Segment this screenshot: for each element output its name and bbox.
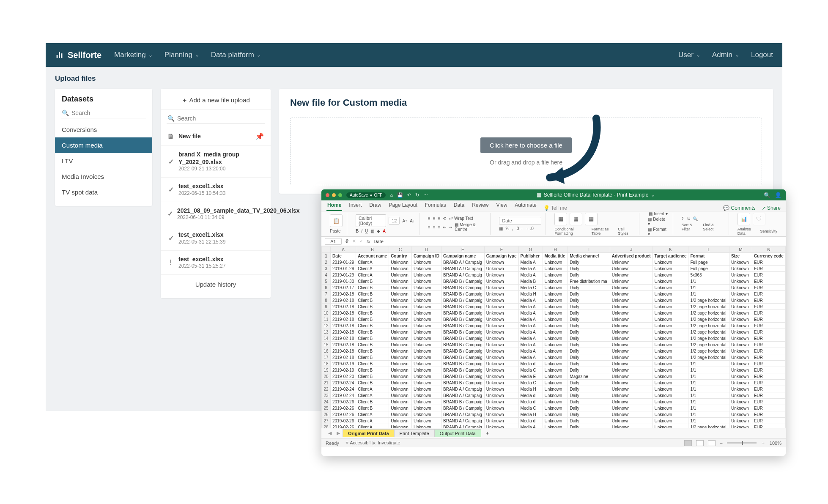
align-top-icon[interactable]: ≡: [428, 216, 430, 221]
data-cell[interactable]: Unknown: [389, 405, 412, 411]
data-cell[interactable]: Unknown: [543, 361, 568, 367]
data-cell[interactable]: Unknown: [653, 297, 688, 304]
underline-button[interactable]: U: [365, 229, 368, 233]
data-cell[interactable]: 1/1: [688, 380, 729, 386]
data-cell[interactable]: Unknown: [543, 354, 568, 361]
data-cell[interactable]: Client B: [356, 380, 389, 386]
data-cell[interactable]: Unknown: [389, 259, 412, 266]
data-cell[interactable]: Daily: [568, 399, 610, 405]
header-cell[interactable]: Account name: [356, 253, 389, 259]
data-cell[interactable]: Unknown: [610, 297, 653, 304]
data-cell[interactable]: Unknown: [653, 386, 688, 392]
data-cell[interactable]: Unknown: [411, 278, 441, 285]
data-cell[interactable]: Unknown: [610, 373, 653, 380]
data-cell[interactable]: EUR: [752, 348, 785, 354]
data-cell[interactable]: BRAND B / Campaig: [441, 304, 485, 310]
data-cell[interactable]: Unknown: [543, 316, 568, 323]
row-header[interactable]: 2: [322, 259, 331, 266]
brand-logo[interactable]: Sellforte: [55, 50, 101, 60]
header-cell[interactable]: Size: [729, 253, 752, 259]
row-header[interactable]: 7: [322, 291, 331, 297]
files-search[interactable]: 🔍: [167, 113, 265, 124]
data-cell[interactable]: Media A: [518, 259, 543, 266]
data-cell[interactable]: Client B: [356, 316, 389, 323]
align-bot-icon[interactable]: ≡: [438, 216, 440, 221]
data-cell[interactable]: Unknown: [653, 259, 688, 266]
data-cell[interactable]: Unknown: [389, 386, 412, 392]
data-cell[interactable]: Daily: [568, 367, 610, 373]
header-cell[interactable]: Advertised product: [610, 253, 653, 259]
data-cell[interactable]: Unknown: [411, 266, 441, 272]
paste-button[interactable]: 📋: [330, 214, 343, 227]
data-cell[interactable]: Unknown: [543, 259, 568, 266]
data-cell[interactable]: Client B: [356, 335, 389, 342]
data-cell[interactable]: Daily: [568, 285, 610, 291]
autosum-icon[interactable]: Σ: [682, 216, 684, 221]
data-cell[interactable]: Unknown: [484, 335, 518, 342]
number-format-select[interactable]: Date: [499, 217, 541, 225]
data-cell[interactable]: BRAND B / Campaig: [441, 405, 485, 411]
col-header[interactable]: C: [389, 247, 412, 253]
data-cell[interactable]: 1/2 page horizontal: [688, 316, 729, 323]
data-cell[interactable]: EUR: [752, 285, 785, 291]
data-cell[interactable]: Unknown: [653, 399, 688, 405]
data-cell[interactable]: Unknown: [729, 335, 752, 342]
data-cell[interactable]: Unknown: [729, 329, 752, 335]
data-cell[interactable]: 1/2 page horizontal: [688, 329, 729, 335]
data-cell[interactable]: Unknown: [543, 373, 568, 380]
data-cell[interactable]: Unknown: [653, 323, 688, 329]
data-cell[interactable]: Unknown: [543, 392, 568, 399]
header-cell[interactable]: Publisher: [518, 253, 543, 259]
data-cell[interactable]: 2019-02-26: [331, 424, 356, 428]
data-cell[interactable]: Unknown: [729, 367, 752, 373]
data-cell[interactable]: Unknown: [653, 424, 688, 428]
data-cell[interactable]: Unknown: [543, 348, 568, 354]
data-cell[interactable]: Daily: [568, 424, 610, 428]
dropzone[interactable]: Click here to choose a file Or drag and …: [290, 118, 762, 185]
ribbon-tab-page-layout[interactable]: Page Layout: [388, 200, 418, 211]
data-cell[interactable]: BRAND A / Campaig: [441, 411, 485, 418]
ribbon-tab-data[interactable]: Data: [453, 200, 465, 211]
cell-styles-button[interactable]: ▦: [585, 213, 598, 225]
data-cell[interactable]: 2019-02-17: [331, 285, 356, 291]
data-cell[interactable]: 2019-02-18: [331, 323, 356, 329]
data-cell[interactable]: Media A: [518, 323, 543, 329]
data-cell[interactable]: Media A: [518, 329, 543, 335]
data-cell[interactable]: Unknown: [411, 342, 441, 348]
col-header[interactable]: D: [411, 247, 441, 253]
data-cell[interactable]: Unknown: [610, 304, 653, 310]
data-cell[interactable]: Media C: [518, 405, 543, 411]
data-cell[interactable]: Daily: [568, 405, 610, 411]
data-cell[interactable]: EUR: [752, 272, 785, 278]
data-cell[interactable]: Media A: [518, 272, 543, 278]
data-cell[interactable]: Unknown: [411, 424, 441, 428]
data-cell[interactable]: Media A: [518, 342, 543, 348]
data-cell[interactable]: Daily: [568, 304, 610, 310]
ribbon-tab-view[interactable]: View: [496, 200, 508, 211]
data-cell[interactable]: Client B: [356, 399, 389, 405]
data-cell[interactable]: Client A: [356, 411, 389, 418]
data-cell[interactable]: 1/1: [688, 405, 729, 411]
data-cell[interactable]: Unknown: [411, 348, 441, 354]
row-header[interactable]: 11: [322, 316, 331, 323]
row-header[interactable]: 8: [322, 297, 331, 304]
font-name-select[interactable]: Calibri (Body): [356, 214, 386, 227]
data-cell[interactable]: Unknown: [484, 310, 518, 316]
data-cell[interactable]: Unknown: [411, 304, 441, 310]
data-cell[interactable]: Media d: [518, 361, 543, 367]
italic-button[interactable]: I: [361, 229, 362, 233]
row-header[interactable]: 24: [322, 399, 331, 405]
data-cell[interactable]: Unknown: [729, 278, 752, 285]
excel-grid[interactable]: ABCDEFGHIJKLMN1DateAccount nameCountryCa…: [321, 246, 786, 428]
data-cell[interactable]: BRAND B / Campaig: [441, 348, 485, 354]
data-cell[interactable]: Media A: [518, 316, 543, 323]
data-cell[interactable]: EUR: [752, 361, 785, 367]
data-cell[interactable]: Media H: [518, 411, 543, 418]
data-cell[interactable]: 1/1: [688, 285, 729, 291]
row-header[interactable]: 25: [322, 405, 331, 411]
row-header[interactable]: 16: [322, 348, 331, 354]
zoom-level[interactable]: 100%: [770, 441, 781, 446]
data-cell[interactable]: Unknown: [389, 297, 412, 304]
titlebar-share-icon[interactable]: 👤: [775, 192, 781, 198]
header-cell[interactable]: Country: [389, 253, 412, 259]
